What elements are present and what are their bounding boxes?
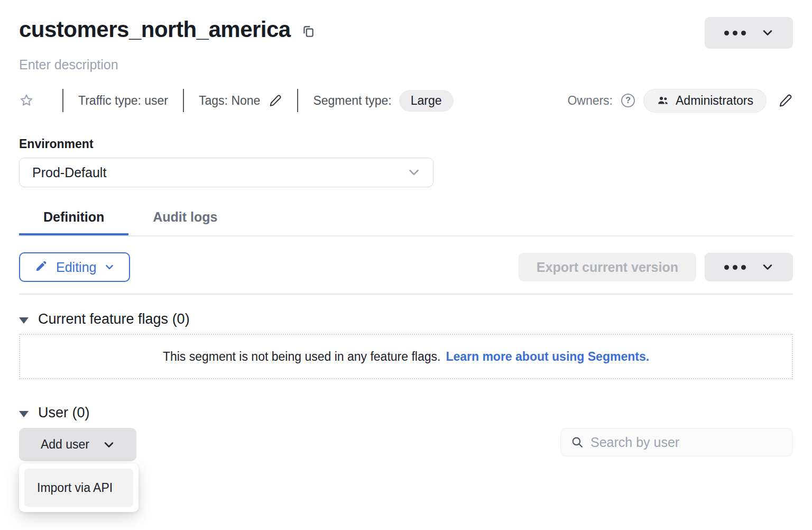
divider <box>183 89 184 112</box>
segment-type-label: Segment type: <box>313 94 391 108</box>
divider <box>19 294 793 295</box>
tags-label: Tags: None <box>199 94 260 108</box>
star-icon[interactable] <box>19 93 34 108</box>
meta-row: Traffic type: user Tags: None Segment ty… <box>19 88 793 113</box>
environment-label: Environment <box>19 137 793 151</box>
environment-select[interactable]: Prod-Default <box>19 158 433 187</box>
people-icon <box>657 94 669 107</box>
add-user-button[interactable]: Add user <box>19 428 136 461</box>
toolbar: Editing Export current version <box>19 252 793 282</box>
title-wrap: customers_north_america <box>19 17 315 42</box>
traffic-type-label: Traffic type: user <box>78 94 168 108</box>
search-by-user-input[interactable] <box>590 435 783 450</box>
editing-label: Editing <box>56 260 96 275</box>
edit-owners-icon[interactable] <box>778 93 793 108</box>
chevron-down-icon <box>762 27 773 39</box>
export-current-version-button[interactable]: Export current version <box>519 253 696 281</box>
feature-flags-empty-state: This segment is not being used in any fe… <box>19 334 793 379</box>
pencil-icon <box>35 261 48 273</box>
chevron-down-icon <box>103 439 115 451</box>
chevron-down-icon <box>408 166 420 179</box>
page-title: customers_north_america <box>19 17 291 42</box>
empty-message: This segment is not being used in any fe… <box>163 350 440 364</box>
add-user-label: Add user <box>41 437 89 452</box>
user-search-box <box>560 428 793 456</box>
owners-pill[interactable]: Administrators <box>643 89 767 113</box>
toolbar-more-button[interactable] <box>705 253 793 281</box>
copy-icon[interactable] <box>301 24 315 38</box>
chevron-down-icon <box>762 261 773 273</box>
user-controls-row: Add user Import via API <box>19 428 793 461</box>
feature-flags-section-header[interactable]: Current feature flags (0) <box>19 311 793 327</box>
divider <box>62 89 63 112</box>
segment-detail-page: customers_north_america Enter descriptio… <box>0 0 812 530</box>
help-icon[interactable]: ? <box>621 94 635 107</box>
environment-selected-value: Prod-Default <box>32 165 106 180</box>
edit-tags-icon[interactable] <box>269 94 282 107</box>
collapse-triangle-icon <box>19 411 29 417</box>
user-section-header[interactable]: User (0) <box>19 405 793 421</box>
description-field[interactable]: Enter description <box>19 57 793 72</box>
editing-mode-button[interactable]: Editing <box>19 252 130 282</box>
feature-flags-title: Current feature flags (0) <box>38 311 190 327</box>
header-more-button[interactable] <box>705 17 793 49</box>
add-user-wrap: Add user Import via API <box>19 428 136 461</box>
divider <box>297 89 298 112</box>
segment-type-badge: Large <box>399 90 454 112</box>
owners-label: Owners: <box>567 94 613 108</box>
search-icon <box>570 435 584 449</box>
chevron-down-icon <box>105 262 114 272</box>
owners-area: Owners: ? Administrators <box>567 89 793 113</box>
menu-item-import-via-api[interactable]: Import via API <box>24 469 133 507</box>
tab-definition[interactable]: Definition <box>19 209 128 235</box>
tab-bar: Definition Audit logs <box>19 209 793 236</box>
learn-more-link[interactable]: Learn more about using Segments. <box>446 350 649 364</box>
ellipsis-icon <box>724 31 746 35</box>
ellipsis-icon <box>724 265 746 270</box>
segment-type-wrap: Segment type: Large <box>313 90 453 112</box>
owners-value: Administrators <box>676 94 753 108</box>
collapse-triangle-icon <box>19 317 29 324</box>
toolbar-right: Export current version <box>519 253 793 281</box>
meta-left: Traffic type: user Tags: None Segment ty… <box>19 89 454 112</box>
user-section-title: User (0) <box>38 405 90 421</box>
header: customers_north_america <box>19 17 793 49</box>
add-user-dropdown-menu: Import via API <box>19 463 139 512</box>
tab-audit-logs[interactable]: Audit logs <box>128 209 242 235</box>
